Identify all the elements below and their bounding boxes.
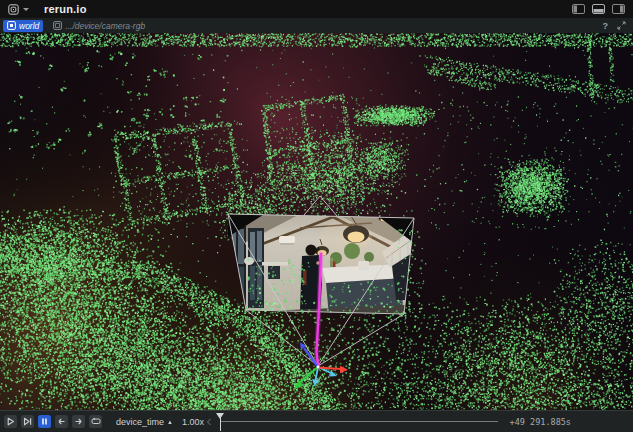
toggle-left-panel-icon[interactable] [572,4,585,14]
spatial-viewport[interactable] [0,33,633,410]
app-title: rerun.io [44,3,87,15]
playback-speed[interactable]: 1.00x [182,417,204,427]
toggle-bottom-panel-icon[interactable] [592,4,605,14]
title-bar: rerun.io [0,0,633,18]
timeline-track[interactable] [220,421,498,422]
rerun-logo-icon [8,4,19,15]
timeline-name: device_time [116,417,164,427]
menu-caret-icon [23,8,29,11]
viewport-tab-bar: world .../device/camera-rgb ? [0,18,633,33]
step-forward-button[interactable] [72,415,85,428]
tab-label: .../device/camera-rgb [65,21,145,31]
app-menu-button[interactable] [8,4,29,15]
current-time: +49 291.885s [510,417,571,427]
panel-toggle-group [572,4,625,14]
maximize-view-icon[interactable] [617,21,626,30]
image-view-icon [53,21,62,30]
tab-actions: ? [603,21,631,31]
timeline-scrubber[interactable] [206,411,500,432]
loop-button[interactable] [89,415,102,428]
timeline-selector[interactable]: device_time ▲ [116,417,173,427]
frustum-up-triangle [304,196,337,216]
time-panel: device_time ▲ 1.00x +49 291.885s [0,410,633,432]
play-button[interactable] [4,415,17,428]
pause-button[interactable] [38,415,51,428]
timeline-scroll-left-icon [206,418,212,426]
tab-world[interactable]: world [3,20,43,32]
tab-label: world [19,21,39,31]
help-button[interactable]: ? [603,21,609,31]
tab-camera-rgb[interactable]: .../device/camera-rgb [49,20,149,32]
spatial-view-icon [7,21,16,30]
toggle-right-panel-icon[interactable] [612,4,625,14]
rerun-viewer-window: rerun.io world [0,0,633,432]
follow-button[interactable] [21,415,34,428]
camera-frustum-overlay [0,33,633,410]
step-back-button[interactable] [55,415,68,428]
timeline-caret-icon: ▲ [167,418,173,424]
playhead-marker[interactable] [216,413,225,431]
